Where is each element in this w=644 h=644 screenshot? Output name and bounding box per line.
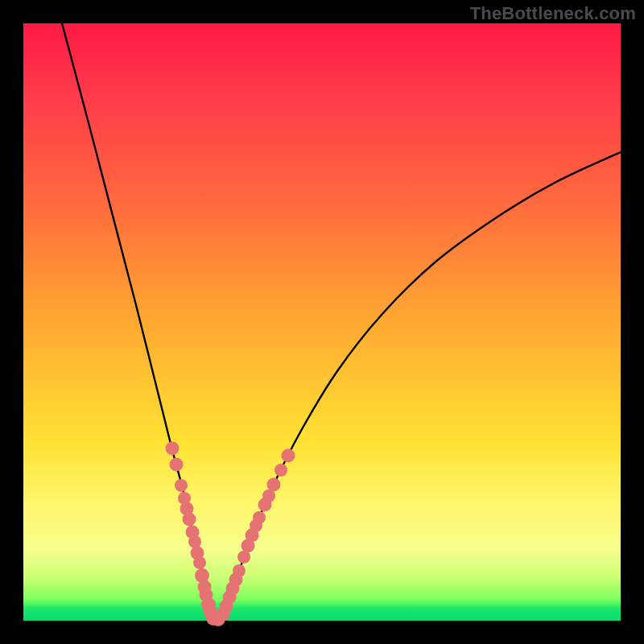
watermark-text: TheBottleneck.com: [470, 3, 636, 24]
curve-path: [62, 23, 621, 621]
data-point: [275, 464, 287, 477]
data-point: [175, 479, 188, 492]
data-point: [188, 535, 201, 548]
data-point: [233, 564, 246, 577]
data-point: [183, 513, 196, 526]
data-point: [193, 556, 206, 569]
data-points: [166, 442, 295, 627]
data-point: [166, 442, 180, 456]
data-point: [170, 458, 184, 472]
data-point: [267, 478, 281, 492]
data-point: [253, 511, 266, 524]
data-point: [282, 449, 295, 463]
plot-area: [23, 23, 621, 621]
chart-frame: TheBottleneck.com: [0, 0, 644, 644]
bottleneck-curve: [62, 23, 621, 621]
curve-svg: [23, 23, 621, 621]
